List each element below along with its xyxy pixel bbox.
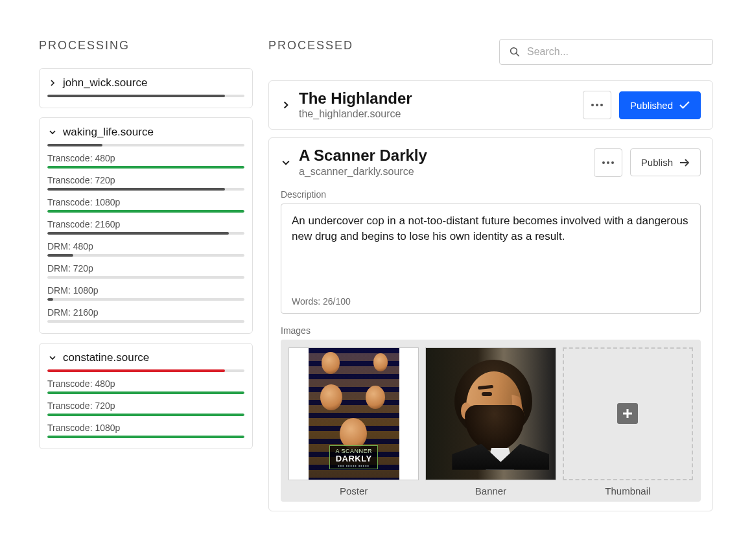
task-label: Transcode: 720p: [47, 175, 244, 185]
svg-point-5: [602, 161, 605, 164]
task-label: DRM: 1080p: [47, 285, 244, 296]
svg-line-1: [516, 53, 519, 56]
progress-bar: [47, 436, 244, 438]
more-button[interactable]: [583, 91, 611, 119]
processed-filename: a_scanner_darkly.source: [299, 166, 586, 178]
poster-caption: Poster: [340, 485, 368, 496]
more-icon: [602, 161, 614, 164]
button-label: Publish: [641, 157, 673, 168]
task-label: DRM: 2160p: [47, 307, 244, 318]
processing-card: constatine.source Transcode: 480p Transc…: [39, 343, 253, 449]
svg-point-3: [596, 104, 598, 106]
chevron-right-icon: [47, 78, 58, 88]
progress-bar: [47, 320, 244, 323]
task-label: Transcode: 2160p: [47, 219, 244, 229]
progress-bar: [47, 414, 244, 416]
progress-bar: [47, 166, 244, 169]
description-box[interactable]: An undercover cop in a not-too-distant f…: [281, 204, 701, 314]
svg-point-2: [591, 104, 594, 106]
processing-card-title: constatine.source: [63, 351, 149, 364]
svg-point-4: [600, 104, 603, 106]
more-icon: [591, 104, 603, 106]
add-thumbnail[interactable]: [563, 347, 693, 480]
processing-card-toggle[interactable]: john_wick.source: [47, 76, 244, 89]
chevron-down-icon: [47, 353, 58, 363]
processing-card-toggle[interactable]: constatine.source: [47, 351, 244, 364]
description-label: Description: [281, 189, 701, 200]
task-label: DRM: 720p: [47, 263, 244, 274]
svg-point-6: [607, 161, 609, 164]
processing-card: john_wick.source: [39, 68, 253, 108]
processing-card-toggle[interactable]: waking_life.source: [47, 126, 244, 139]
poster-overlay-big: DARKLY: [335, 454, 372, 463]
publish-button[interactable]: Publish: [630, 148, 701, 176]
progress-bar: [47, 144, 244, 146]
processing-card: waking_life.source Transcode: 480p Trans…: [39, 117, 253, 334]
progress-bar: [47, 188, 244, 191]
button-label: Published: [630, 100, 673, 111]
chevron-down-icon[interactable]: [281, 158, 291, 168]
plus-icon: [617, 403, 638, 424]
progress-bar: [47, 232, 244, 235]
chevron-right-icon[interactable]: [281, 100, 291, 110]
more-button[interactable]: [594, 148, 622, 177]
progress-bar: [47, 298, 244, 301]
processing-header: PROCESSING: [39, 39, 253, 52]
banner-caption: Banner: [475, 485, 506, 496]
thumbnail-caption: Thumbnail: [605, 485, 650, 496]
images-section: A SCANNER DARKLY ■■■ ■■■■■ ■■■■■ Poster: [281, 340, 701, 502]
task-label: DRM: 480p: [47, 241, 244, 251]
progress-bar: [47, 95, 244, 97]
task-label: Transcode: 480p: [47, 379, 244, 389]
arrow-right-icon: [679, 159, 690, 167]
processed-filename: the_highlander.source: [299, 108, 575, 120]
word-count: Words: 26/100: [292, 296, 690, 307]
search-input[interactable]: [527, 46, 703, 58]
banner-image[interactable]: [425, 347, 556, 480]
processing-card-title: waking_life.source: [63, 126, 154, 139]
processed-card: The Highlander the_highlander.source Pub…: [268, 80, 713, 130]
svg-point-7: [611, 161, 614, 164]
processing-card-title: john_wick.source: [63, 76, 147, 89]
poster-image[interactable]: A SCANNER DARKLY ■■■ ■■■■■ ■■■■■: [288, 347, 419, 480]
search-icon: [509, 46, 521, 58]
progress-bar: [47, 254, 244, 257]
task-label: Transcode: 480p: [47, 153, 244, 163]
progress-bar: [47, 369, 244, 372]
processed-title: A Scanner Darkly: [299, 147, 586, 164]
processed-card: A Scanner Darkly a_scanner_darkly.source…: [268, 137, 713, 511]
processed-header: PROCESSED: [268, 39, 353, 52]
search-box[interactable]: [499, 39, 713, 65]
task-label: Transcode: 1080p: [47, 197, 244, 207]
processed-title: The Highlander: [299, 90, 575, 107]
chevron-down-icon: [47, 127, 58, 137]
progress-bar: [47, 210, 244, 213]
images-label: Images: [281, 325, 701, 336]
svg-point-0: [511, 48, 517, 54]
task-label: Transcode: 1080p: [47, 423, 244, 433]
progress-bar: [47, 276, 244, 279]
task-label: Transcode: 720p: [47, 401, 244, 411]
check-icon: [679, 101, 690, 109]
progress-bar: [47, 391, 244, 394]
published-button[interactable]: Published: [619, 91, 701, 119]
description-text: An undercover cop in a not-too-distant f…: [292, 213, 690, 291]
